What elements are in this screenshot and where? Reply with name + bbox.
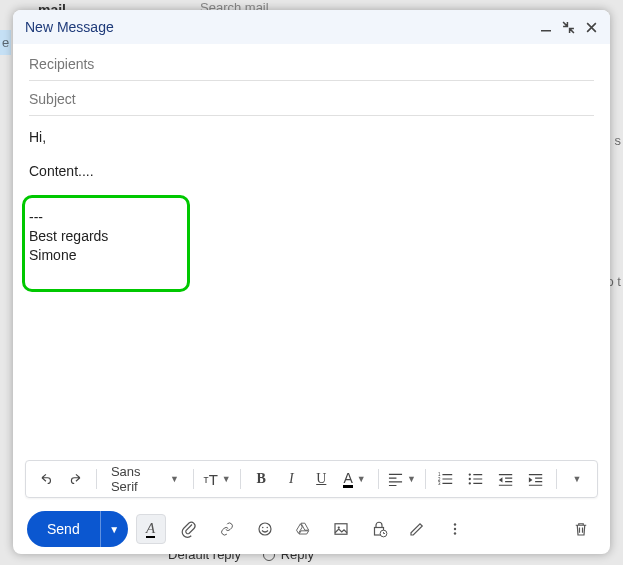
svg-point-15	[454, 528, 456, 530]
send-options-button[interactable]: ▼	[100, 511, 128, 547]
send-button-group: Send ▼	[27, 511, 128, 547]
drive-icon	[294, 520, 312, 538]
insert-drive-button[interactable]	[288, 514, 318, 544]
minimize-button[interactable]	[540, 21, 552, 33]
svg-point-14	[454, 523, 456, 525]
separator	[240, 469, 241, 489]
more-options-button[interactable]	[440, 514, 470, 544]
bold-button[interactable]: B	[247, 465, 275, 493]
svg-point-9	[266, 527, 268, 529]
compose-window: New Message Recipients Subject Hi, Conte…	[13, 10, 610, 554]
separator	[96, 469, 97, 489]
close-button[interactable]	[585, 21, 598, 34]
signature-line-1: Best regards	[29, 227, 177, 246]
text-color-button[interactable]: A ▼	[337, 465, 372, 493]
bulleted-list-button[interactable]	[462, 465, 490, 493]
undo-button[interactable]	[32, 465, 60, 493]
link-icon	[218, 520, 236, 538]
discard-draft-button[interactable]	[566, 514, 596, 544]
window-title: New Message	[25, 19, 114, 35]
svg-text:3: 3	[438, 481, 441, 486]
svg-point-16	[454, 532, 456, 534]
titlebar: New Message	[13, 10, 610, 44]
font-family-label: Sans Serif	[111, 464, 164, 494]
svg-point-6	[469, 482, 471, 484]
send-button[interactable]: Send	[27, 511, 100, 547]
insert-signature-button[interactable]	[402, 514, 432, 544]
italic-button[interactable]: I	[277, 465, 305, 493]
subject-field[interactable]: Subject	[29, 81, 594, 116]
svg-rect-0	[541, 30, 551, 32]
chevron-down-icon: ▼	[573, 474, 582, 484]
underline-button[interactable]: U	[307, 465, 335, 493]
insert-emoji-button[interactable]	[250, 514, 280, 544]
bg-left-letter: e	[2, 35, 9, 50]
svg-point-7	[259, 523, 271, 535]
lock-clock-icon	[370, 520, 388, 538]
align-button[interactable]: ▼	[385, 465, 420, 493]
body-content: Content....	[29, 162, 594, 182]
font-size-button[interactable]: тT ▼	[200, 465, 235, 493]
formatting-a-icon: A	[146, 521, 155, 538]
svg-point-5	[469, 478, 471, 480]
svg-point-4	[469, 473, 471, 475]
more-vertical-icon	[446, 520, 464, 538]
numbered-list-button[interactable]: 123	[432, 465, 460, 493]
svg-point-8	[262, 527, 264, 529]
signature-separator: ---	[29, 208, 177, 227]
signature-line-2: Simone	[29, 246, 177, 265]
font-family-picker[interactable]: Sans Serif ▼	[103, 464, 187, 494]
indent-less-button[interactable]	[492, 465, 520, 493]
indent-more-button[interactable]	[522, 465, 550, 493]
redo-button[interactable]	[62, 465, 90, 493]
recipients-field[interactable]: Recipients	[29, 44, 594, 81]
separator	[556, 469, 557, 489]
signature-highlight-box: --- Best regards Simone	[22, 195, 190, 292]
chevron-down-icon: ▼	[170, 474, 179, 484]
exit-fullscreen-button[interactable]	[562, 21, 575, 34]
separator	[425, 469, 426, 489]
svg-rect-10	[335, 524, 347, 535]
paperclip-icon	[180, 520, 198, 538]
text-color-letter: A	[343, 470, 352, 488]
separator	[193, 469, 194, 489]
formatting-toolbar: Sans Serif ▼ тT ▼ B I U A ▼ ▼ 123	[25, 460, 598, 498]
insert-link-button[interactable]	[212, 514, 242, 544]
chevron-down-icon: ▼	[222, 474, 231, 484]
trash-icon	[572, 520, 590, 538]
chevron-down-icon: ▼	[357, 474, 366, 484]
separator	[378, 469, 379, 489]
emoji-icon	[256, 520, 274, 538]
confidential-mode-button[interactable]	[364, 514, 394, 544]
chevron-down-icon: ▼	[407, 474, 416, 484]
message-body[interactable]: Hi, Content.... --- Best regards Simone	[13, 116, 610, 460]
attach-file-button[interactable]	[174, 514, 204, 544]
pen-icon	[408, 520, 426, 538]
formatting-options-button[interactable]: A	[136, 514, 166, 544]
insert-photo-button[interactable]	[326, 514, 356, 544]
image-icon	[332, 520, 350, 538]
bottom-action-bar: Send ▼ A	[13, 504, 610, 554]
more-formatting-button[interactable]: ▼	[563, 465, 591, 493]
body-greeting: Hi,	[29, 128, 594, 148]
bg-right-text-1: s	[615, 133, 622, 148]
